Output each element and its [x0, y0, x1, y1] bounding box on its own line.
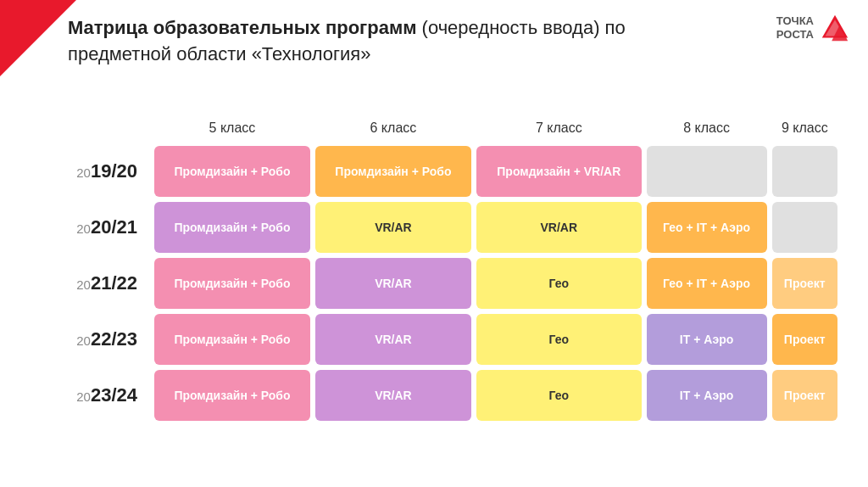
cell-r0-c4 — [772, 146, 837, 197]
logo: ТОЧКА РОСТА — [776, 12, 851, 44]
decorative-triangle — [0, 0, 76, 76]
table-row: 2020/21Промдизайн + РобоVR/ARVR/ARГео + … — [56, 202, 837, 253]
cell-r1-c4 — [772, 202, 837, 253]
page-header: Матрица образовательных программ (очеред… — [68, 15, 698, 68]
cell-r2-c4: Проект — [772, 258, 837, 309]
cell-r4-c4: Проект — [772, 370, 837, 421]
logo-icon — [819, 12, 851, 44]
cell-r3-c2: Гео — [476, 314, 642, 365]
page-title: Матрица образовательных программ (очеред… — [68, 15, 698, 68]
matrix-table: 5 класс 6 класс 7 класс 8 класс 9 класс … — [51, 110, 843, 426]
cell-r1-c1: VR/AR — [315, 202, 471, 253]
col-header-6: 6 класс — [315, 115, 471, 141]
cell-r0-c0: Промдизайн + Робо — [154, 146, 310, 197]
cell-r1-c2: VR/AR — [476, 202, 642, 253]
cell-r2-c3: Гео + IT + Аэро — [647, 258, 767, 309]
logo-text: ТОЧКА РОСТА — [776, 14, 814, 41]
title-bold: Матрица образовательных программ — [68, 17, 416, 38]
year-label: 2023/24 — [56, 370, 149, 421]
table-row: 2023/24Промдизайн + РобоVR/ARГеоIT + Аэр… — [56, 370, 837, 421]
cell-r3-c3: IT + Аэро — [647, 314, 767, 365]
table-row: 2021/22Промдизайн + РобоVR/ARГеоГео + IT… — [56, 258, 837, 309]
cell-r3-c1: VR/AR — [315, 314, 471, 365]
cell-r2-c1: VR/AR — [315, 258, 471, 309]
cell-r0-c2: Промдизайн + VR/AR — [476, 146, 642, 197]
year-label: 2019/20 — [56, 146, 149, 197]
cell-r2-c2: Гео — [476, 258, 642, 309]
year-label: 2020/21 — [56, 202, 149, 253]
cell-r4-c2: Гео — [476, 370, 642, 421]
cell-r0-c3 — [647, 146, 767, 197]
year-label: 2021/22 — [56, 258, 149, 309]
cell-r3-c4: Проект — [772, 314, 837, 365]
cell-r2-c0: Промдизайн + Робо — [154, 258, 310, 309]
cell-r4-c0: Промдизайн + Робо — [154, 370, 310, 421]
col-header-5: 5 класс — [154, 115, 310, 141]
table-row: 2022/23Промдизайн + РобоVR/ARГеоIT + Аэр… — [56, 314, 837, 365]
header-row: 5 класс 6 класс 7 класс 8 класс 9 класс — [56, 115, 837, 141]
cell-r0-c1: Промдизайн + Робо — [315, 146, 471, 197]
cell-r3-c0: Промдизайн + Робо — [154, 314, 310, 365]
col-header-8: 8 класс — [647, 115, 767, 141]
cell-r1-c3: Гео + IT + Аэро — [647, 202, 767, 253]
cell-r1-c0: Промдизайн + Робо — [154, 202, 310, 253]
year-label: 2022/23 — [56, 314, 149, 365]
col-header-7: 7 класс — [476, 115, 642, 141]
cell-r4-c1: VR/AR — [315, 370, 471, 421]
cell-r4-c3: IT + Аэро — [647, 370, 767, 421]
col-header-9: 9 класс — [772, 115, 837, 141]
empty-header — [56, 115, 149, 141]
table-row: 2019/20Промдизайн + РобоПромдизайн + Роб… — [56, 146, 837, 197]
matrix-table-container: 5 класс 6 класс 7 класс 8 класс 9 класс … — [51, 110, 843, 470]
